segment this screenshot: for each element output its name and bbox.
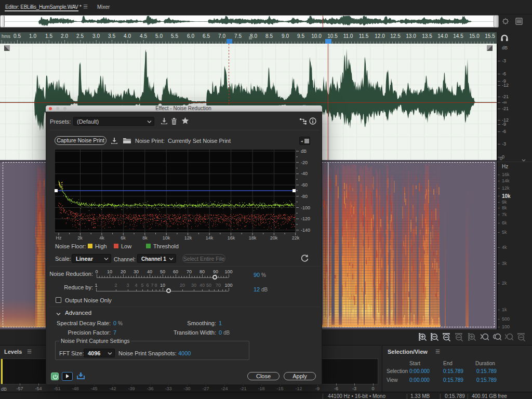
svg-text:3.0: 3.0 xyxy=(92,33,100,39)
svg-text:2k: 2k xyxy=(77,235,83,241)
svg-text:5.0: 5.0 xyxy=(155,33,163,39)
svg-text:6k: 6k xyxy=(121,235,126,241)
svg-text:16k: 16k xyxy=(228,235,235,241)
svg-text:10k: 10k xyxy=(163,235,170,241)
svg-text:14k: 14k xyxy=(206,235,214,241)
svg-text:12.0: 12.0 xyxy=(375,33,385,39)
svg-text:-20: -20 xyxy=(301,160,308,165)
svg-text:4.5: 4.5 xyxy=(140,33,147,39)
svg-text:10.5: 10.5 xyxy=(327,33,338,39)
svg-text:4.0: 4.0 xyxy=(124,33,131,39)
svg-text:13.5: 13.5 xyxy=(422,33,432,39)
svg-text:7.0: 7.0 xyxy=(218,33,225,39)
svg-text:9.0: 9.0 xyxy=(282,33,289,39)
svg-text:4k: 4k xyxy=(99,235,104,241)
svg-text:6.5: 6.5 xyxy=(203,33,210,39)
svg-text:22k: 22k xyxy=(292,235,300,241)
svg-text:9.5: 9.5 xyxy=(297,33,304,39)
svg-text:-120: -120 xyxy=(301,216,310,221)
svg-text:10.0: 10.0 xyxy=(311,33,322,39)
svg-text:14.5: 14.5 xyxy=(453,33,463,39)
svg-text:1.0: 1.0 xyxy=(29,33,36,39)
svg-text:-140: -140 xyxy=(301,228,310,233)
svg-text:-100: -100 xyxy=(301,205,310,210)
svg-text:15.0: 15.0 xyxy=(469,33,480,39)
svg-text:5.5: 5.5 xyxy=(171,33,178,39)
svg-text:14.0: 14.0 xyxy=(437,33,448,39)
svg-text:-40: -40 xyxy=(301,171,308,176)
svg-text:11.5: 11.5 xyxy=(359,33,369,39)
svg-text:1.5: 1.5 xyxy=(45,33,52,39)
svg-text:dB: dB xyxy=(301,149,307,154)
svg-text:12.5: 12.5 xyxy=(390,33,401,39)
svg-text:0.5: 0.5 xyxy=(14,33,21,39)
svg-text:2.5: 2.5 xyxy=(76,33,84,39)
svg-text:3.5: 3.5 xyxy=(108,33,115,39)
svg-text:11.0: 11.0 xyxy=(343,33,353,39)
svg-text:6.0: 6.0 xyxy=(187,33,194,39)
svg-text:-80: -80 xyxy=(301,194,308,199)
svg-text:18k: 18k xyxy=(249,235,257,241)
svg-text:8k: 8k xyxy=(142,235,148,241)
svg-text:12k: 12k xyxy=(184,235,192,241)
svg-text:7.5: 7.5 xyxy=(234,33,242,39)
svg-text:15.5: 15.5 xyxy=(485,33,495,39)
svg-text:Hz: Hz xyxy=(56,235,62,241)
svg-text:2.0: 2.0 xyxy=(61,33,68,39)
svg-text:20k: 20k xyxy=(270,235,278,241)
svg-text:-60: -60 xyxy=(301,182,308,188)
svg-text:8.5: 8.5 xyxy=(265,33,273,39)
svg-text:hms: hms xyxy=(2,34,11,39)
svg-text:13.0: 13.0 xyxy=(406,33,416,39)
